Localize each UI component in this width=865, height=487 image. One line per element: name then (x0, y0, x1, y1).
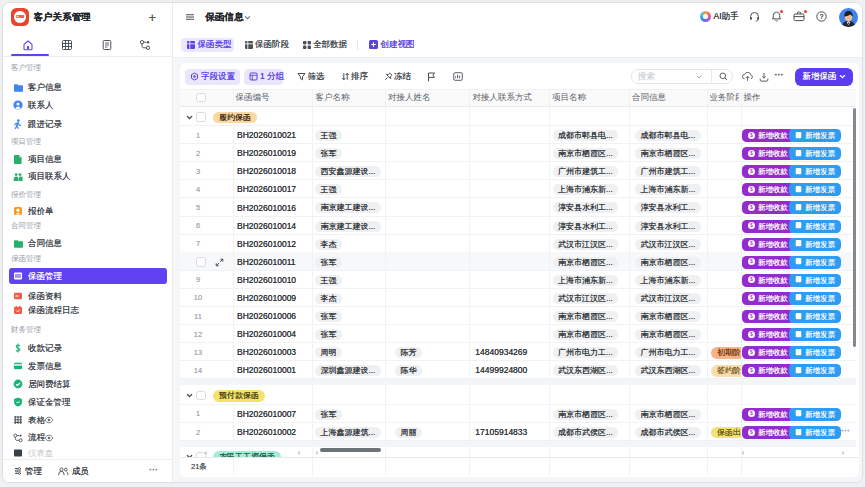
svg-text:$: $ (750, 331, 753, 337)
svg-text:$: $ (750, 204, 753, 210)
svg-text:$: $ (750, 367, 753, 373)
svg-text:$: $ (750, 313, 753, 319)
svg-text:$: $ (750, 295, 753, 301)
svg-text:$: $ (750, 168, 753, 174)
svg-text:$: $ (750, 349, 753, 355)
svg-text:$: $ (750, 222, 753, 228)
svg-text:$: $ (750, 150, 753, 156)
svg-text:$: $ (750, 277, 753, 283)
svg-text:$: $ (750, 186, 753, 192)
svg-text:$: $ (750, 411, 753, 417)
svg-text:?: ? (820, 13, 824, 20)
svg-text:$: $ (750, 429, 753, 435)
svg-text:$: $ (750, 240, 753, 246)
svg-text:$: $ (750, 132, 753, 138)
svg-text:$: $ (750, 259, 753, 265)
